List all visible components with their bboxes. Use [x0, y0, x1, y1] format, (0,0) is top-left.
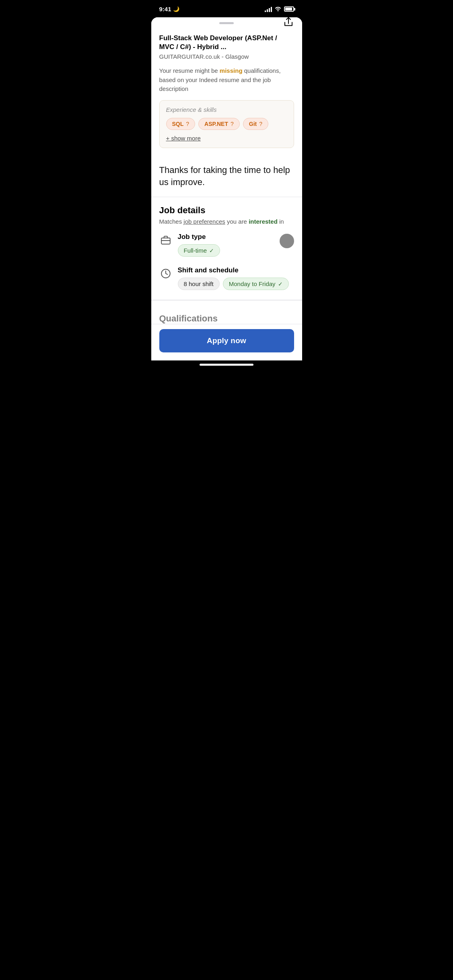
missing-label: missing	[220, 67, 243, 74]
apply-bar: Apply now	[151, 324, 302, 360]
status-bar: 9:41 🌙	[151, 0, 302, 16]
job-type-tags: Full-time ✓	[178, 244, 274, 257]
skill-tag-aspnet: ASP.NET ?	[198, 118, 240, 130]
eight-hour-shift-label: 8 hour shift	[184, 280, 214, 287]
skills-label: Experience & skills	[166, 106, 287, 113]
resume-notice-prefix: Your resume might be	[159, 67, 220, 74]
status-time-area: 9:41 🌙	[159, 6, 179, 12]
share-button[interactable]	[281, 17, 296, 30]
moon-icon: 🌙	[173, 6, 179, 12]
monday-friday-label: Monday to Friday	[229, 280, 276, 287]
share-icon	[283, 17, 294, 27]
eight-hour-shift-tag: 8 hour shift	[178, 278, 220, 290]
matches-middle: you are	[225, 218, 249, 225]
sheet-handle-area	[151, 17, 302, 27]
qualifications-title: Qualifications	[159, 307, 294, 324]
job-type-content: Job type Full-time ✓	[178, 233, 274, 257]
matches-suffix: in	[278, 218, 284, 225]
fulltime-label: Full-time	[184, 247, 207, 254]
shift-content: Shift and schedule 8 hour shift Monday t…	[178, 266, 294, 290]
fulltime-check: ✓	[209, 247, 214, 254]
job-type-icon	[159, 234, 172, 247]
time-display: 9:41	[159, 6, 171, 12]
skill-question-aspnet: ?	[231, 121, 234, 127]
company-location: GUITARGUITAR.co.uk - Glasgow	[159, 53, 294, 60]
job-details-section: Job details Matches job preferences you …	[159, 197, 294, 290]
wifi-icon	[274, 6, 282, 12]
job-preferences-link[interactable]: job preferences	[183, 218, 225, 225]
thanks-text: Thanks for taking the time to help us im…	[159, 164, 294, 189]
matches-prefix: Matches	[159, 218, 184, 225]
home-indicator	[151, 360, 302, 368]
status-icons	[265, 6, 294, 12]
monday-friday-tag: Monday to Friday ✓	[223, 278, 289, 290]
toggle-button[interactable]	[280, 234, 294, 248]
skill-tag-git: Git ?	[243, 118, 268, 130]
job-type-row: Job type Full-time ✓	[159, 233, 294, 257]
skill-name-aspnet: ASP.NET	[204, 121, 228, 127]
resume-notice: Your resume might be missing qualificati…	[159, 66, 294, 94]
thanks-section: Thanks for taking the time to help us im…	[159, 154, 294, 197]
skill-question-git: ?	[259, 121, 262, 127]
job-title: Full-Stack Web Developer (ASP.Net / MVC …	[159, 34, 294, 51]
fulltime-tag: Full-time ✓	[178, 244, 220, 257]
shift-label: Shift and schedule	[178, 266, 294, 274]
job-details-title: Job details	[159, 205, 294, 216]
skills-section: Experience & skills SQL ? ASP.NET ? Git …	[159, 100, 294, 148]
skill-tag-sql: SQL ?	[166, 118, 196, 130]
sheet-handle	[219, 22, 234, 24]
skill-name-git: Git	[249, 121, 257, 127]
main-content: Full-Stack Web Developer (ASP.Net / MVC …	[151, 27, 302, 324]
skill-question-sql: ?	[186, 121, 189, 127]
signal-icon	[265, 6, 272, 12]
skill-name-sql: SQL	[172, 121, 184, 127]
skills-tags: SQL ? ASP.NET ? Git ?	[166, 118, 287, 130]
schedule-icon	[159, 267, 172, 280]
qualifications-section: Qualifications	[151, 300, 302, 324]
monday-friday-check: ✓	[278, 281, 283, 287]
apply-now-button[interactable]: Apply now	[159, 329, 294, 352]
job-type-label: Job type	[178, 233, 274, 241]
svg-rect-0	[161, 238, 170, 244]
home-bar	[200, 364, 253, 366]
clock-icon	[161, 268, 171, 279]
battery-icon	[284, 6, 294, 12]
shift-schedule-row: Shift and schedule 8 hour shift Monday t…	[159, 266, 294, 290]
show-more-button[interactable]: + show more	[166, 135, 201, 142]
bottom-sheet: Full-Stack Web Developer (ASP.Net / MVC …	[151, 17, 302, 360]
briefcase-icon	[161, 235, 171, 245]
interested-label: interested	[249, 218, 278, 225]
matches-text: Matches job preferences you are interest…	[159, 218, 294, 225]
shift-tags: 8 hour shift Monday to Friday ✓	[178, 278, 294, 290]
